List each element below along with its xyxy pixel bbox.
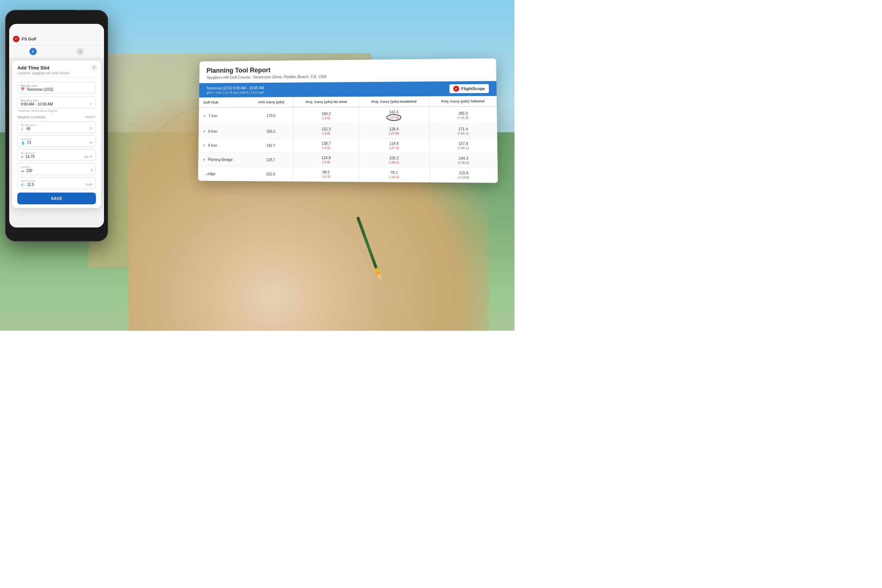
club-check-icon: ✓ bbox=[203, 143, 206, 148]
cell-no-wind: 138.7 (-4.0) bbox=[294, 138, 359, 153]
report-header: Planning Tool Report Spyglass Hill Golf … bbox=[199, 58, 496, 83]
cell-club: ...edge bbox=[198, 166, 248, 181]
cell-club: ✓ Pitching Wedge bbox=[198, 153, 248, 167]
tailwind-delta: (+15.6) bbox=[458, 161, 469, 165]
cell-avg-carry: 102.6 bbox=[248, 167, 293, 182]
table-row: ✓ Pitching Wedge 128.7 124.8 (-3.9) 100.… bbox=[198, 153, 498, 168]
report-table: Golf Club AVG Carry (yds) Proj. Carry (y… bbox=[198, 96, 498, 183]
mountain-icon: ⛰ bbox=[21, 169, 24, 173]
flightscope-logo-icon: F bbox=[453, 86, 459, 92]
altitude-value: 230 bbox=[26, 169, 91, 173]
planning-tool-report: Planning Tool Report Spyglass Hill Golf … bbox=[198, 58, 498, 183]
humidity-label: Humidity bbox=[21, 138, 31, 141]
club-check-icon: ✓ bbox=[203, 129, 206, 134]
wind-speed-field[interactable]: Wind speed 💨 12.5 mph bbox=[17, 177, 96, 189]
col-header-club: Golf Club bbox=[199, 98, 249, 108]
report-date-time: Tomorrow (2/15) 9:00 AM - 10:00 AM bbox=[206, 86, 264, 90]
tab-2[interactable]: 2 bbox=[29, 48, 37, 55]
altitude-label: Altitude bbox=[21, 165, 30, 169]
calendar-icon: 📅 bbox=[21, 87, 25, 91]
cell-club: ✓ 7 Iron bbox=[199, 107, 249, 124]
club-check-icon: ✓ bbox=[203, 114, 207, 118]
no-wind-delta: (-3.9) bbox=[322, 160, 330, 164]
headwind-delta: (-27.6) bbox=[386, 114, 401, 121]
air-pressure-unit: psi ▼ bbox=[84, 155, 93, 158]
altitude-unit: ft bbox=[91, 169, 93, 172]
cell-headwind: 114.8 (-27.9) bbox=[359, 138, 430, 153]
phone-notch bbox=[39, 10, 75, 19]
cell-tailwind: 185.3 (+15.3) bbox=[429, 106, 497, 124]
temperature-value: 49 bbox=[26, 127, 89, 131]
phone-screen: F FS Golf 2 3 Add Time Slot Location: Sp… bbox=[9, 24, 104, 228]
table-body: ✓ 7 Iron 170.0 166.2 (-3.8) 142.4 (-27.6… bbox=[198, 106, 498, 183]
club-check-icon: ✓ bbox=[202, 157, 206, 162]
table-row: ...edge 102.6 99.3 (-3.3) 78.1 (-24.5) 1… bbox=[198, 166, 498, 183]
air-pressure-label: Air pressure bbox=[21, 152, 35, 155]
cell-headwind: 128.4 (-27.8) bbox=[359, 124, 430, 138]
close-button[interactable]: × bbox=[91, 64, 98, 71]
report-conditions: 49°F | 73% | 14.75 psi | 230 ft | 12.5 m… bbox=[206, 90, 264, 94]
save-button[interactable]: SAVE bbox=[17, 193, 96, 204]
table-row: ✓ 9 Iron 142.7 138.7 (-4.0) 114.8 (-27.9… bbox=[198, 138, 498, 153]
col-header-nowind: Proj. Carry (yds) No wind bbox=[294, 97, 358, 107]
headwind-delta: (-27.8) bbox=[389, 132, 399, 135]
col-header-tailwind: Proj. Carry (yds) Tailwind bbox=[429, 96, 496, 106]
air-pressure-field[interactable]: Air pressure ⊕ 14.75 psi ▼ bbox=[17, 149, 96, 161]
date-value: Tomorrow (2/15) bbox=[27, 87, 93, 92]
humidity-field[interactable]: Humidity 💧 73 % bbox=[17, 135, 96, 147]
wind-icon: 💨 bbox=[21, 183, 25, 187]
table-row: ✓ 8 Iron 156.2 152.3 (-3.9) 128.4 (-27.8… bbox=[198, 124, 497, 138]
club-name-text: 9 Iron bbox=[208, 143, 217, 147]
reset-button[interactable]: RESET bbox=[85, 116, 96, 119]
no-wind-delta: (-4.0) bbox=[322, 146, 330, 150]
cell-tailwind: 144.3 (+15.6) bbox=[430, 153, 498, 168]
phone-mockup: F FS Golf 2 3 Add Time Slot Location: Sp… bbox=[5, 10, 108, 242]
table-header: Golf Club AVG Carry (yds) Proj. Carry (y… bbox=[199, 96, 496, 108]
cell-club: ✓ 8 Iron bbox=[198, 124, 248, 138]
app-header: F FS Golf bbox=[9, 24, 104, 46]
temperature-label: Temperature bbox=[21, 123, 36, 127]
add-time-slot-modal: Add Time Slot Location: Spyglass Hill Go… bbox=[12, 61, 101, 208]
wind-speed-value: 12.5 bbox=[27, 183, 86, 187]
cell-club: ✓ 9 Iron bbox=[198, 138, 248, 153]
weather-title: Weather conditions bbox=[17, 116, 46, 119]
cell-tailwind: 115.6 (+13.0) bbox=[430, 168, 498, 183]
humidity-value: 73 bbox=[27, 141, 90, 145]
report-title-bar: Tomorrow (2/15) 9:00 AM - 10:00 AM 49°F … bbox=[199, 81, 496, 98]
headwind-delta: (-24.5) bbox=[389, 175, 399, 178]
cell-avg-carry: 142.7 bbox=[248, 138, 294, 153]
headwind-delta: (-28.5) bbox=[389, 160, 399, 164]
cell-headwind: 100.2 (-28.5) bbox=[359, 153, 430, 168]
cell-no-wind: 99.3 (-3.3) bbox=[293, 167, 359, 182]
tailwind-delta: (+15.1) bbox=[458, 146, 469, 150]
tab-3[interactable]: 3 bbox=[76, 48, 84, 55]
app-logo-icon: F bbox=[13, 36, 20, 42]
weather-section-header: Weather conditions RESET bbox=[17, 116, 96, 119]
wind-speed-unit: mph bbox=[86, 183, 93, 186]
cell-headwind: 78.1 (-24.5) bbox=[359, 167, 430, 182]
temperature-unit: °F bbox=[89, 127, 93, 130]
club-name-text: 8 Iron bbox=[208, 129, 217, 134]
cell-no-wind: 124.8 (-3.9) bbox=[293, 153, 358, 167]
no-wind-delta: (-3.9) bbox=[322, 132, 330, 135]
altitude-field[interactable]: Altitude ⛰ 230 ft bbox=[17, 163, 96, 175]
date-input[interactable]: 📅 Tomorrow (2/15) bbox=[17, 82, 96, 94]
club-name-text: Pitching Wedge bbox=[208, 157, 232, 161]
time-slot-input[interactable]: 9:00 AM - 10:00 AM ▼ bbox=[17, 97, 96, 108]
modal-title: Add Time Slot bbox=[17, 65, 96, 70]
cell-tailwind: 171.4 (+15.2) bbox=[429, 124, 497, 138]
weather-fields: Temperature 🌡 49 °F Humidity 💧 73 % bbox=[17, 121, 96, 189]
cell-no-wind: 152.3 (-3.9) bbox=[294, 124, 359, 138]
temperature-field[interactable]: Temperature 🌡 49 °F bbox=[17, 121, 96, 133]
cell-avg-carry: 128.7 bbox=[248, 153, 293, 167]
time-slot-value: 9:00 AM - 10:00 AM bbox=[21, 102, 90, 106]
pressure-icon: ⊕ bbox=[21, 155, 24, 159]
cell-avg-carry: 156.2 bbox=[248, 124, 294, 138]
col-header-avg: AVG Carry (yds) bbox=[249, 97, 294, 107]
thermometer-icon: 🌡 bbox=[21, 127, 24, 131]
flightscope-logo: F FlightScope bbox=[450, 84, 489, 93]
wind-speed-label: Wind speed bbox=[21, 179, 35, 183]
col-header-headwind: Proj. Carry (yds) Headwind bbox=[358, 96, 429, 107]
tailwind-delta: (+13.0) bbox=[458, 175, 469, 179]
cell-avg-carry: 170.0 bbox=[248, 107, 294, 124]
